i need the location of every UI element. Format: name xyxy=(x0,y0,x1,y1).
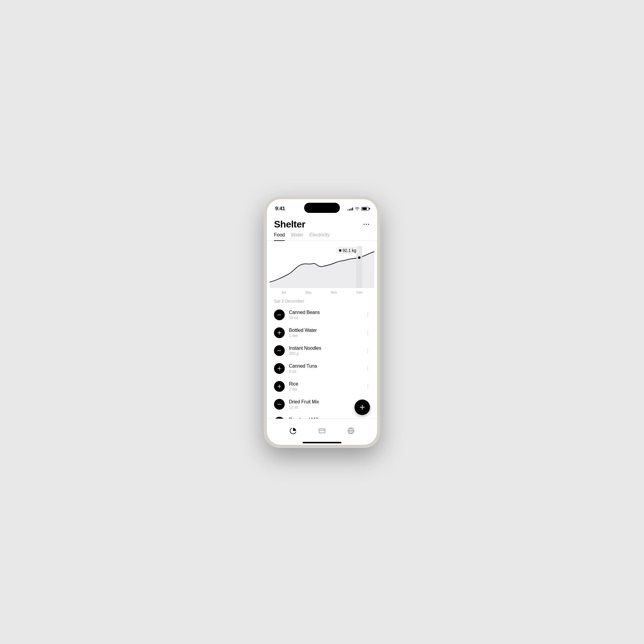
item-name-canned-tuna: Canned Tuna xyxy=(289,363,366,369)
item-info-powdered-milk: Powdered Milk 500 g xyxy=(289,417,366,419)
item-info-canned-beans: Canned Beans 15 oz xyxy=(289,310,366,320)
home-indicator xyxy=(267,442,377,445)
tab-water[interactable]: Water xyxy=(291,232,303,241)
status-icons xyxy=(348,207,369,211)
tooltip-dot xyxy=(339,249,341,252)
date-label: Sat 2 December xyxy=(267,295,377,306)
tab-electricity[interactable]: Electricity xyxy=(309,232,330,241)
page-title: Shelter xyxy=(274,219,305,230)
x-label-nov: Nov xyxy=(331,290,337,295)
status-time: 9:41 xyxy=(275,206,285,212)
item-name-canned-beans: Canned Beans xyxy=(289,310,366,315)
list-item: Bottled Water 1 liter xyxy=(274,324,370,342)
item-info-canned-tuna: Canned Tuna 5 oz xyxy=(289,363,366,374)
item-info-rice: Rice 2 lbs xyxy=(289,381,366,391)
x-label-dec: Dec xyxy=(356,290,363,295)
app-header: Shelter ··· xyxy=(267,214,377,232)
item-unit-canned-tuna: 5 oz xyxy=(289,369,366,374)
svg-rect-13 xyxy=(362,405,363,410)
tab-food[interactable]: Food xyxy=(274,232,285,241)
svg-rect-4 xyxy=(279,331,280,335)
more-button[interactable]: ··· xyxy=(363,221,370,228)
home-bar xyxy=(303,442,341,443)
svg-point-1 xyxy=(358,256,360,259)
list-item: Instant Noodles 200 g xyxy=(274,342,370,360)
nav-item-chart[interactable] xyxy=(289,427,297,435)
item-name-bottled-water: Bottled Water xyxy=(289,328,366,333)
globe-icon xyxy=(347,427,355,435)
item-name-dried-fruit-mix: Dried Fruit Mix xyxy=(289,399,366,405)
minus-icon-dried-fruit-mix[interactable] xyxy=(274,399,285,410)
item-unit-canned-beans: 15 oz xyxy=(289,315,366,320)
tooltip-value: 92.1 kg xyxy=(343,248,356,253)
plus-icon-bottled-water[interactable] xyxy=(274,327,285,338)
item-unit-rice: 2 lbs xyxy=(289,387,366,391)
chart-tooltip: 92.1 kg xyxy=(336,247,359,254)
pie-chart-icon xyxy=(289,427,297,435)
svg-rect-9 xyxy=(279,385,280,388)
list-item: Rice 2 lbs xyxy=(274,377,370,395)
svg-rect-5 xyxy=(278,350,281,351)
svg-rect-2 xyxy=(278,315,281,315)
svg-rect-10 xyxy=(278,404,281,405)
nav-item-card[interactable] xyxy=(318,427,326,435)
item-unit-instant-noodles: 200 g xyxy=(289,351,366,356)
dynamic-island xyxy=(304,203,340,213)
minus-icon-instant-noodles[interactable] xyxy=(274,345,285,356)
wifi-icon xyxy=(355,207,360,211)
item-unit-bottled-water: 1 liter xyxy=(289,333,366,338)
line-chart xyxy=(267,243,377,288)
item-more-rice[interactable] xyxy=(366,383,370,390)
nav-item-globe[interactable] xyxy=(347,427,355,435)
item-name-rice: Rice xyxy=(289,381,366,387)
card-icon xyxy=(318,427,326,435)
status-bar: 9:41 xyxy=(267,199,377,214)
plus-icon-canned-tuna[interactable] xyxy=(274,363,285,374)
item-more-instant-noodles[interactable] xyxy=(366,347,370,354)
phone-frame: 9:41 xyxy=(264,196,380,448)
x-label-sep: Sep xyxy=(305,290,311,295)
x-label-jul: Jul xyxy=(281,290,286,295)
item-name-powdered-milk: Powdered Milk xyxy=(289,417,366,419)
chart-x-labels: Jul Sep Nov Dec xyxy=(267,289,377,295)
item-info-bottled-water: Bottled Water 1 liter xyxy=(289,328,366,338)
item-more-bottled-water[interactable] xyxy=(366,329,370,336)
list-item: Canned Beans 15 oz xyxy=(274,306,370,324)
app-content: Shelter ··· Food Water Electricity xyxy=(267,214,377,445)
fab-add-button[interactable] xyxy=(354,400,370,415)
svg-rect-14 xyxy=(319,429,325,433)
item-unit-dried-fruit-mix: 12 oz xyxy=(289,405,366,409)
item-more-canned-tuna[interactable] xyxy=(366,365,370,372)
item-more-canned-beans[interactable] xyxy=(366,312,370,318)
battery-icon xyxy=(361,207,369,211)
phone-screen: 9:41 xyxy=(267,199,377,445)
minus-icon-powdered-milk[interactable] xyxy=(274,417,285,419)
svg-rect-7 xyxy=(279,367,280,370)
item-info-dried-fruit-mix: Dried Fruit Mix 12 oz xyxy=(289,399,366,409)
list-item: Canned Tuna 5 oz xyxy=(274,360,370,377)
tab-bar: Food Water Electricity xyxy=(267,232,377,241)
bottom-nav xyxy=(267,419,377,442)
signal-icon xyxy=(348,207,353,210)
chart-container: 92.1 kg Jul Sep Nov Dec xyxy=(267,241,377,295)
item-name-instant-noodles: Instant Noodles xyxy=(289,346,366,351)
plus-icon-rice[interactable] xyxy=(274,381,285,392)
item-info-instant-noodles: Instant Noodles 200 g xyxy=(289,346,366,356)
list-item: Powdered Milk 500 g xyxy=(274,413,370,419)
minus-icon-canned-beans[interactable] xyxy=(274,309,285,320)
